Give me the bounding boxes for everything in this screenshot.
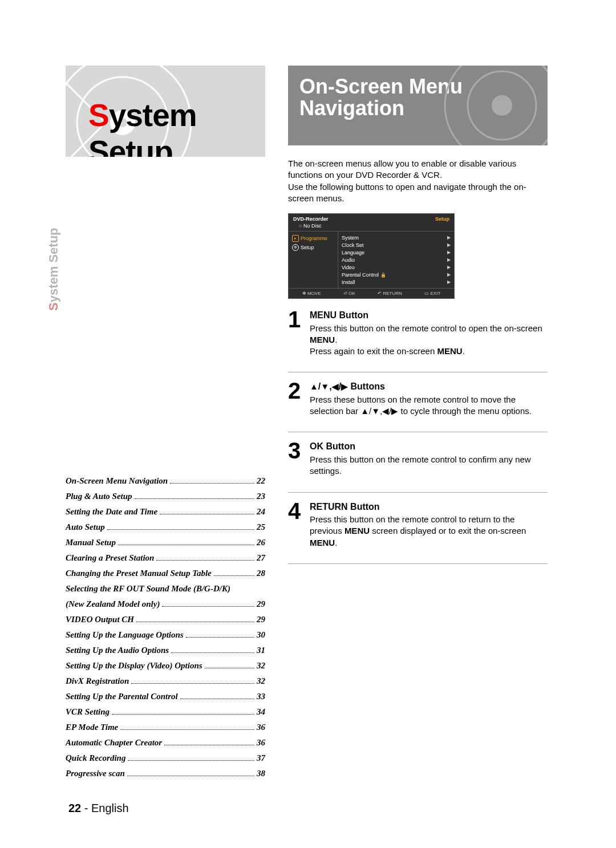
steps: 1MENU ButtonPress this button on the rem…: [288, 309, 548, 564]
step-divider: [288, 372, 548, 372]
step-content: MENU ButtonPress this button on the remo…: [310, 309, 548, 357]
osd-menu-label: Parental Control🔒: [342, 272, 386, 278]
right-column: On-Screen Menu Navigation The on-screen …: [288, 66, 548, 784]
chevron-right-icon: ▶: [447, 250, 451, 255]
step: 2▲/▼,◀/▶ ButtonsPress these buttons on t…: [288, 380, 548, 417]
section-title-initial: S: [88, 98, 109, 133]
toc-page: 33: [257, 692, 265, 701]
osd-right-menu: System▶Clock Set▶Language▶Audio▶Video▶Pa…: [338, 232, 454, 288]
toc-label: VCR Setting: [66, 707, 110, 717]
toc-page: 38: [257, 769, 265, 778]
toc-row: Progressive scan38: [66, 769, 265, 778]
toc-leader: [186, 637, 254, 638]
page-footer-sep: -: [81, 802, 91, 814]
step: 4RETURN ButtonPress this button on the r…: [288, 501, 548, 549]
toc-row: Manual Setup26: [66, 538, 265, 547]
osd-footer: MOVE OK RETURN EXIT: [289, 288, 454, 298]
toc-label: Setting Up the Audio Options: [66, 646, 169, 655]
toc-label: (New Zealand Model only): [66, 599, 160, 609]
step: 3OK ButtonPress this button on the remot…: [288, 440, 548, 477]
side-tab-initial: S: [46, 302, 60, 311]
toc-page: 36: [257, 738, 265, 748]
toc-page: 22: [257, 476, 265, 486]
toc-leader: [156, 560, 254, 561]
toc-leader: [171, 652, 254, 653]
toc-page: 24: [257, 507, 265, 517]
toc-row: Setting Up the Display (Video) Options32: [66, 661, 265, 671]
toc-leader: [170, 483, 254, 484]
step-body: Press these buttons on the remote contro…: [310, 394, 548, 417]
osd-title-bar: DVD-Recorder Setup: [289, 214, 454, 223]
page-number: 22: [68, 802, 81, 814]
step-divider: [288, 492, 548, 493]
side-tab: System Setup: [46, 228, 61, 311]
intro-text: The on-screen menus allow you to enable …: [288, 158, 548, 204]
step-content: ▲/▼,◀/▶ ButtonsPress these buttons on th…: [310, 380, 548, 417]
toc-row: Clearing a Preset Station27: [66, 553, 265, 563]
toc-label: Setting the Date and Time: [66, 507, 157, 517]
osd-foot-move: MOVE: [302, 291, 321, 296]
toc-label: Automatic Chapter Creator: [66, 738, 162, 748]
osd-disc-status: No Disc: [289, 223, 454, 231]
step-number: 1: [288, 309, 304, 357]
toc-leader: [162, 606, 254, 607]
lock-icon: 🔒: [380, 273, 386, 278]
toc-label: Setting Up the Parental Control: [66, 692, 178, 701]
toc-page: 36: [257, 723, 265, 732]
toc-page: 27: [257, 553, 265, 563]
gear-icon: ✲: [292, 244, 299, 251]
osd-foot-ok: OK: [343, 291, 355, 296]
toc-page: 29: [257, 615, 265, 624]
toc-leader: [118, 545, 254, 545]
osd-left-menu: ▸Programme ✲Setup: [289, 232, 338, 288]
page-footer: 22 - English: [68, 802, 129, 815]
toc-row: EP Mode Time36: [66, 723, 265, 732]
intro-p2: Use the following buttons to open and na…: [288, 182, 526, 203]
toc-leader: [135, 498, 254, 499]
step-title: OK Button: [310, 440, 548, 453]
toc-leader: [205, 668, 254, 668]
osd-foot-exit: EXIT: [424, 291, 440, 296]
step-divider: [288, 563, 548, 564]
step-number: 4: [288, 501, 304, 549]
toc-leader: [107, 529, 254, 530]
toc-leader: [164, 745, 254, 745]
topic-title-line1: On-Screen Menu: [299, 75, 463, 98]
toc-label: Changing the Preset Manual Setup Table: [66, 569, 212, 578]
toc-label: Auto Setup: [66, 522, 105, 532]
intro-p1: The on-screen menus allow you to enable …: [288, 159, 516, 180]
osd-body: ▸Programme ✲Setup System▶Clock Set▶Langu…: [289, 231, 454, 288]
toc-row: VCR Setting34: [66, 707, 265, 717]
toc-label: EP Mode Time: [66, 723, 118, 732]
toc-leader: [180, 699, 254, 699]
two-column-layout: System Setup System Setup On-Screen Menu…: [66, 66, 548, 784]
osd-menu-row: Video▶: [342, 263, 451, 271]
topic-header: On-Screen Menu Navigation: [288, 66, 548, 145]
toc-row: Setting the Date and Time24: [66, 507, 265, 517]
toc-row: VIDEO Output CH29: [66, 615, 265, 624]
toc-page: 26: [257, 538, 265, 547]
osd-menu-label: Video: [342, 265, 355, 270]
osd-menu-label: Audio: [342, 257, 355, 263]
section-title: System Setup: [88, 97, 265, 157]
step-body: Press this button on the remote control …: [310, 454, 548, 477]
osd-menu-row: Parental Control🔒▶: [342, 271, 451, 278]
toc-page: 25: [257, 522, 265, 532]
toc-page: 23: [257, 492, 265, 501]
toc-row: Setting Up the Language Options30: [66, 630, 265, 640]
osd-menu-row: Language▶: [342, 249, 451, 256]
osd-menu-label: Clock Set: [342, 242, 364, 248]
toc-page: 30: [257, 630, 265, 640]
osd-title-left: DVD-Recorder: [293, 216, 329, 222]
chevron-right-icon: ▶: [447, 235, 451, 241]
svg-point-8: [492, 95, 512, 116]
chevron-right-icon: ▶: [447, 242, 451, 248]
osd-foot-return: RETURN: [378, 291, 402, 296]
toc-row: Automatic Chapter Creator36: [66, 738, 265, 748]
toc-row: Selecting the RF OUT Sound Mode (B/G-D/K…: [66, 584, 265, 594]
toc-label: On-Screen Menu Navigation: [66, 476, 168, 486]
disc-graphic-icon: [439, 66, 548, 145]
toc-row: Quick Recording37: [66, 753, 265, 763]
osd-menu-label: Language: [342, 250, 364, 255]
step-number: 2: [288, 380, 304, 417]
